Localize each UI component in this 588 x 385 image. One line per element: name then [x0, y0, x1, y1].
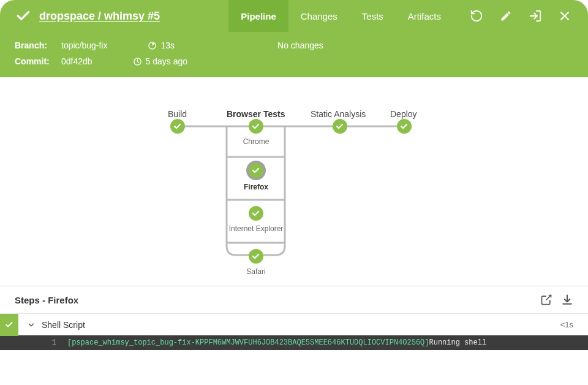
stage-node-static-analysis[interactable]: [333, 119, 347, 134]
step-status-success-icon: [0, 314, 18, 336]
stage-node-browser-tests[interactable]: [249, 119, 263, 134]
tab-changes[interactable]: Changes: [288, 0, 350, 32]
rerun-button[interactable]: [466, 5, 488, 27]
duration-value: 13s: [160, 40, 175, 50]
clock-icon: [133, 57, 142, 66]
parallel-label-chrome[interactable]: Chrome: [243, 137, 270, 146]
branch-label: Branch:: [15, 40, 56, 50]
pipeline-graph: Build Browser Tests Static Analysis Depl…: [0, 77, 588, 286]
step-duration: <1s: [560, 320, 588, 329]
stage-label-deploy[interactable]: Deploy: [390, 109, 417, 119]
logout-button[interactable]: [524, 5, 546, 27]
parallel-node-safari[interactable]: [249, 249, 263, 264]
download-button[interactable]: [561, 294, 573, 306]
commit-age: 5 days ago: [146, 56, 188, 66]
stage-label-static-analysis[interactable]: Static Analysis: [311, 109, 366, 119]
stage-label-browser-tests[interactable]: Browser Tests: [227, 109, 285, 119]
parallel-label-safari[interactable]: Safari: [246, 267, 265, 276]
parallel-node-firefox[interactable]: [246, 161, 266, 180]
parallel-label-firefox[interactable]: Firefox: [244, 183, 268, 191]
open-external-button[interactable]: [540, 294, 552, 306]
edit-button[interactable]: [495, 5, 517, 27]
tab-tests[interactable]: Tests: [350, 0, 396, 32]
stage-node-deploy[interactable]: [397, 119, 412, 134]
tab-pipeline[interactable]: Pipeline: [228, 0, 288, 32]
tab-artifacts[interactable]: Artifacts: [396, 0, 453, 32]
commit-value: 0df42db: [61, 56, 92, 66]
step-row[interactable]: Shell Script <1s: [0, 313, 588, 335]
run-header: dropspace / whimsy #5 Pipeline Changes T…: [0, 0, 588, 77]
console-output: 1 [pspace_whimsy_topic_bug-fix-KPPFM6WMJ…: [0, 335, 588, 350]
steps-panel: Steps - Firefox Shell Script <1s 1 [pspa…: [0, 286, 588, 350]
step-name: Shell Script: [42, 320, 560, 330]
duration-icon: [148, 41, 157, 50]
run-status-success-icon: [15, 7, 32, 25]
console-text: Running shell: [429, 338, 487, 347]
branch-value: topic/bug-fix: [61, 40, 107, 50]
stage-node-build[interactable]: [170, 119, 185, 134]
changes-message: No changes: [277, 40, 323, 50]
run-breadcrumb-link[interactable]: dropspace / whimsy #5: [39, 10, 160, 23]
steps-title: Steps - Firefox: [15, 295, 78, 305]
parallel-node-ie[interactable]: [249, 206, 263, 221]
parallel-label-ie[interactable]: Internet Explorer: [229, 224, 284, 233]
console-lineno: 1: [0, 338, 67, 347]
commit-label: Commit:: [15, 56, 56, 66]
chevron-down-icon: [18, 321, 42, 329]
close-button[interactable]: [554, 5, 576, 27]
header-tabs: Pipeline Changes Tests Artifacts: [228, 0, 453, 32]
console-request-id: [pspace_whimsy_topic_bug-fix-KPPFM6WMJWV…: [67, 338, 429, 347]
stage-label-build[interactable]: Build: [168, 109, 187, 119]
